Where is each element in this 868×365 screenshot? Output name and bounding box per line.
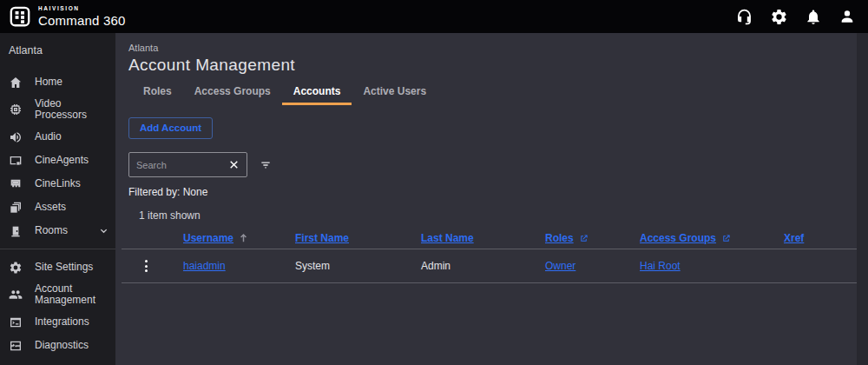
- port-icon: [9, 177, 23, 191]
- sidebar-item-label: CineAgents: [35, 155, 89, 166]
- table-row: haiadmin System Admin Owner Hai Root: [122, 249, 857, 283]
- search-input[interactable]: [136, 160, 228, 170]
- tab-active-users[interactable]: Active Users: [352, 82, 437, 105]
- home-icon: [9, 76, 23, 90]
- last-name-value: Admin: [408, 260, 532, 272]
- chip-icon: [9, 103, 23, 116]
- sort-ascending-icon: [239, 233, 248, 243]
- clear-search-icon[interactable]: [228, 159, 240, 170]
- tab-access-groups[interactable]: Access Groups: [183, 82, 282, 105]
- filter-icon[interactable]: [259, 159, 273, 171]
- sidebar-item-assets[interactable]: Assets: [0, 196, 115, 219]
- sidebar: Atlanta Home Video Processors Audio: [0, 33, 115, 365]
- notifications-icon[interactable]: [805, 8, 822, 26]
- sidebar-item-rooms[interactable]: Rooms: [0, 219, 115, 242]
- sidebar-item-cinelinks[interactable]: CineLinks: [0, 172, 115, 196]
- tab-roles[interactable]: Roles: [132, 82, 183, 105]
- column-header-xref[interactable]: Xref: [784, 232, 804, 244]
- sidebar-item-account-management[interactable]: Account Management: [0, 279, 115, 310]
- sidebar-item-home[interactable]: Home: [0, 70, 115, 94]
- speaker-icon: [9, 130, 23, 144]
- brand-name: Command 360: [38, 14, 126, 27]
- sidebar-item-label: Diagnostics: [35, 340, 89, 351]
- terminal-icon: [9, 315, 23, 329]
- sidebar-item-cineagents[interactable]: CineAgents: [0, 149, 115, 172]
- haivision-grid-logo-icon: [9, 5, 31, 28]
- search-box: [128, 152, 247, 177]
- layers-icon: [9, 201, 23, 215]
- roles-link[interactable]: Owner: [545, 260, 575, 272]
- chevron-down-icon[interactable]: [99, 226, 108, 236]
- first-name-value: System: [282, 260, 408, 272]
- table-header-row: Username First Name Last Name Roles: [122, 228, 857, 249]
- top-header-bar: HAIVISION Command 360: [0, 0, 868, 33]
- sidebar-item-label: Assets: [35, 202, 66, 213]
- sidebar-item-video-processors[interactable]: Video Processors: [0, 94, 115, 125]
- sidebar-site-name: Atlanta: [0, 39, 115, 70]
- sidebar-item-diagnostics[interactable]: Diagnostics: [0, 334, 115, 357]
- sidebar-item-label: CineLinks: [35, 178, 81, 189]
- column-header-access-groups[interactable]: Access Groups: [640, 232, 731, 244]
- items-shown-count: 1 item shown: [139, 209, 868, 222]
- sidebar-item-label: Video Processors: [35, 98, 108, 121]
- column-header-last-name[interactable]: Last Name: [421, 232, 474, 244]
- breadcrumb: Atlanta: [128, 43, 868, 53]
- monitor-icon: [9, 154, 23, 168]
- settings-icon[interactable]: [770, 8, 788, 26]
- column-header-roles[interactable]: Roles: [545, 232, 589, 244]
- accounts-table: Username First Name Last Name Roles: [122, 228, 857, 283]
- page-title: Account Management: [128, 56, 868, 75]
- sidebar-item-label: Rooms: [35, 225, 68, 236]
- add-account-button[interactable]: Add Account: [128, 117, 213, 139]
- sidebar-divider: [0, 249, 115, 249]
- sidebar-item-site-settings[interactable]: Site Settings: [0, 256, 115, 279]
- sidebar-item-label: Integrations: [35, 316, 89, 328]
- external-link-icon: [579, 234, 589, 243]
- sidebar-item-integrations[interactable]: Integrations: [0, 310, 115, 334]
- external-link-icon: [721, 234, 731, 243]
- sidebar-item-audio[interactable]: Audio: [0, 125, 115, 149]
- username-link[interactable]: haiadmin: [183, 260, 226, 272]
- tab-bar: Roles Access Groups Accounts Active User…: [132, 82, 868, 105]
- scrollbar-track[interactable]: [857, 33, 868, 365]
- brand-logo: HAIVISION Command 360: [9, 5, 126, 28]
- people-icon: [9, 288, 23, 302]
- pulse-icon: [9, 339, 23, 353]
- filtered-by-status: Filtered by: None: [128, 186, 868, 198]
- tab-accounts[interactable]: Accounts: [282, 82, 352, 105]
- column-header-username[interactable]: Username: [183, 232, 248, 244]
- main-content: Atlanta Account Management Roles Access …: [115, 33, 868, 365]
- gear-icon: [9, 261, 23, 275]
- sidebar-item-label: Audio: [35, 131, 62, 143]
- support-icon[interactable]: [735, 8, 753, 26]
- sidebar-item-label: Home: [35, 76, 62, 88]
- door-icon: [9, 224, 23, 238]
- sidebar-item-label: Account Management: [35, 283, 108, 306]
- brand-name-small: HAIVISION: [38, 6, 126, 12]
- sidebar-item-label: Site Settings: [35, 262, 93, 273]
- account-icon[interactable]: [838, 8, 856, 25]
- access-groups-link[interactable]: Hai Root: [640, 260, 681, 272]
- row-actions-menu-icon[interactable]: [141, 256, 151, 275]
- column-header-first-name[interactable]: First Name: [295, 232, 349, 244]
